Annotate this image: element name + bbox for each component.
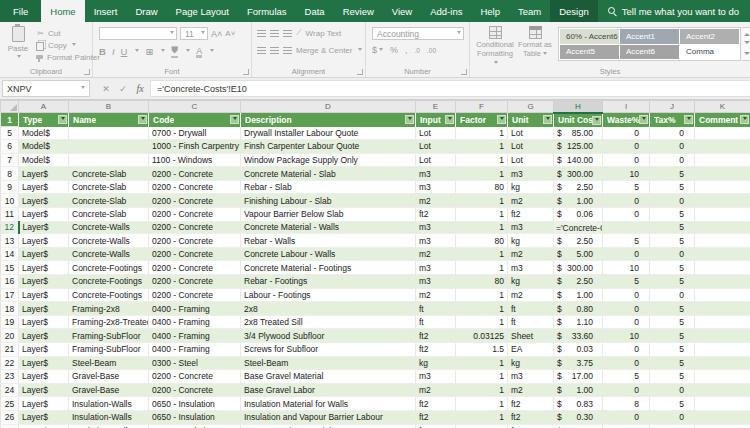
fill-color-button[interactable]: ⛊ — [171, 45, 178, 58]
cell[interactable]: 5 — [650, 370, 695, 384]
cell[interactable]: $300.00 — [554, 167, 603, 181]
cell[interactable]: ft2 — [416, 397, 456, 411]
cell[interactable]: Concrete-Walls — [69, 234, 149, 248]
cell-style-item[interactable]: Accent5 — [560, 45, 619, 60]
cell[interactable]: 1 — [456, 153, 508, 167]
cell[interactable]: Framing-SubFloor — [69, 343, 149, 357]
cell[interactable]: Framing-2x8 — [69, 302, 149, 316]
cell[interactable]: m2 — [416, 247, 456, 261]
cell[interactable]: Layer$ — [19, 288, 69, 302]
italic-button[interactable]: I — [112, 46, 115, 57]
cell[interactable]: m2 — [416, 194, 456, 208]
cell[interactable]: ft2 — [416, 424, 456, 428]
cancel-button[interactable]: ✕ — [98, 84, 114, 94]
cell[interactable]: 0 — [650, 140, 695, 154]
column-header-factor[interactable]: Factor — [456, 113, 508, 127]
cell[interactable]: Layer$ — [19, 356, 69, 370]
cell[interactable]: m3 — [416, 221, 456, 234]
cell[interactable]: 1 — [456, 424, 508, 428]
ribbon-tab-view[interactable]: View — [383, 0, 421, 22]
cell[interactable]: Screws for Subfloor — [241, 343, 416, 357]
cell[interactable]: m2 — [508, 247, 554, 261]
gallery-more-icon[interactable] — [744, 52, 750, 58]
cell[interactable] — [695, 397, 750, 411]
column-header-input[interactable]: Input — [416, 113, 456, 127]
cell[interactable]: Layer$ — [19, 315, 69, 329]
align-top-icon[interactable] — [257, 30, 266, 37]
column-header-unit-cost[interactable]: Unit Cost — [554, 113, 603, 127]
row-number[interactable]: 8 — [1, 167, 19, 181]
cell[interactable]: $85.00 — [554, 127, 603, 140]
cell[interactable]: 5 — [650, 221, 695, 234]
cell[interactable]: ft — [416, 302, 456, 316]
row-number[interactable]: 13 — [1, 234, 19, 248]
cell[interactable]: 0.03125 — [456, 329, 508, 343]
ribbon-tab-page-layout[interactable]: Page Layout — [167, 0, 238, 22]
row-number[interactable]: 1 — [1, 113, 19, 127]
cell[interactable]: Steel-Beam — [241, 356, 416, 370]
cell[interactable]: Layer$ — [19, 410, 69, 424]
cell[interactable]: 0 — [603, 302, 650, 316]
cell[interactable]: Rebar - Walls — [241, 234, 416, 248]
cell[interactable]: 5 — [650, 315, 695, 329]
cell[interactable]: Rebar - Slab — [241, 180, 416, 194]
cell[interactable]: Lot — [508, 140, 554, 154]
cell[interactable]: m3 — [416, 261, 456, 275]
cell[interactable]: 0200 - Concrete — [149, 288, 241, 302]
column-letter-A[interactable]: A — [19, 101, 69, 113]
cell[interactable]: 10 — [603, 329, 650, 343]
cell[interactable]: $0.80 — [554, 302, 603, 316]
cell-style-item[interactable]: Accent6 — [620, 45, 679, 60]
cell[interactable] — [69, 140, 149, 154]
cell[interactable]: kg — [508, 356, 554, 370]
cell[interactable]: Finishing Labour - Slab — [241, 194, 416, 208]
cell[interactable]: m3 — [416, 370, 456, 384]
column-letter-J[interactable]: J — [650, 101, 695, 113]
cell[interactable]: Lot — [416, 140, 456, 154]
enter-button[interactable]: ✓ — [115, 84, 131, 94]
cell[interactable]: 5 — [603, 370, 650, 384]
cell[interactable] — [695, 167, 750, 181]
cell[interactable]: 0 — [603, 343, 650, 357]
cell[interactable]: 5 — [650, 180, 695, 194]
row-number[interactable]: 23 — [1, 370, 19, 384]
borders-button[interactable]: ⊞ — [145, 46, 153, 57]
cell[interactable] — [695, 343, 750, 357]
row-number[interactable]: 27 — [1, 424, 19, 428]
cell[interactable]: 5 — [650, 302, 695, 316]
cell[interactable]: 1 — [456, 383, 508, 397]
gallery-scrollbar[interactable] — [742, 27, 750, 61]
cell-style-item[interactable]: 60% - Accent6 — [560, 29, 619, 44]
cell[interactable]: Concrete-Walls — [69, 221, 149, 234]
filter-dropdown-icon[interactable] — [497, 115, 506, 124]
cell[interactable] — [69, 153, 149, 167]
row-number[interactable]: 19 — [1, 315, 19, 329]
cell[interactable]: 0650 - Insulation — [149, 397, 241, 411]
cell[interactable] — [695, 261, 750, 275]
ribbon-tab-data[interactable]: Data — [296, 0, 334, 22]
cell[interactable]: 0 — [603, 356, 650, 370]
cell[interactable]: 0650 - Insulation — [149, 424, 241, 428]
cell[interactable]: Concrete-Footings — [69, 288, 149, 302]
cell[interactable]: EA — [508, 343, 554, 357]
shrink-font-button[interactable]: A˅ — [225, 29, 235, 38]
cell[interactable]: 0 — [603, 140, 650, 154]
cell[interactable] — [695, 275, 750, 289]
row-number[interactable]: 18 — [1, 302, 19, 316]
cell[interactable]: $0.13 — [554, 424, 603, 428]
cell[interactable]: 1 — [456, 302, 508, 316]
cell[interactable] — [695, 234, 750, 248]
cell[interactable]: Gravel-Base — [69, 370, 149, 384]
cell[interactable]: Vapour Barrier Below Slab — [241, 208, 416, 222]
row-number[interactable]: 9 — [1, 180, 19, 194]
gallery-down-icon[interactable] — [744, 41, 750, 47]
cell[interactable]: 0400 - Framing — [149, 315, 241, 329]
cell[interactable]: Layer$ — [19, 302, 69, 316]
cell[interactable]: ft2 — [508, 397, 554, 411]
cell[interactable]: 0200 - Concrete — [149, 221, 241, 234]
column-header-description[interactable]: Description — [241, 113, 416, 127]
cell[interactable]: Layer$ — [19, 261, 69, 275]
row-number[interactable]: 22 — [1, 356, 19, 370]
cell[interactable]: $5.00 — [554, 247, 603, 261]
cell[interactable]: 0300 - Steel — [149, 356, 241, 370]
